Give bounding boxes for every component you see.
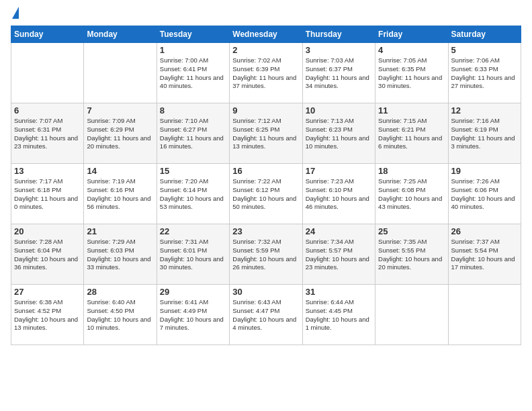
calendar-cell-week4-day3: 22Sunrise: 7:31 AM Sunset: 6:01 PM Dayli… — [157, 224, 229, 285]
calendar-header-saturday: Saturday — [448, 26, 521, 43]
day-info: Sunrise: 7:32 AM Sunset: 5:59 PM Dayligh… — [232, 238, 299, 272]
calendar-cell-week1-day4: 2Sunrise: 7:02 AM Sunset: 6:39 PM Daylig… — [230, 43, 302, 103]
day-info: Sunrise: 7:34 AM Sunset: 5:57 PM Dayligh… — [306, 238, 372, 272]
calendar-cell-week5-day3: 29Sunrise: 6:41 AM Sunset: 4:49 PM Dayli… — [157, 285, 229, 345]
day-number: 29 — [160, 287, 226, 297]
day-number: 20 — [14, 226, 81, 236]
calendar-week-1: 1Sunrise: 7:00 AM Sunset: 6:41 PM Daylig… — [11, 43, 521, 103]
header — [11, 7, 521, 20]
day-info: Sunrise: 7:25 AM Sunset: 6:08 PM Dayligh… — [378, 177, 445, 212]
calendar-cell-week2-day2: 7Sunrise: 7:09 AM Sunset: 6:29 PM Daylig… — [84, 103, 157, 164]
day-number: 15 — [160, 166, 226, 176]
day-number: 25 — [378, 226, 445, 236]
calendar-cell-week5-day5: 31Sunrise: 6:44 AM Sunset: 4:45 PM Dayli… — [302, 285, 375, 345]
calendar-cell-week2-day6: 11Sunrise: 7:15 AM Sunset: 6:21 PM Dayli… — [375, 103, 448, 164]
day-number: 22 — [160, 226, 226, 236]
day-info: Sunrise: 7:10 AM Sunset: 6:27 PM Dayligh… — [160, 117, 226, 151]
calendar-header-thursday: Thursday — [302, 26, 375, 43]
day-info: Sunrise: 7:29 AM Sunset: 6:03 PM Dayligh… — [87, 238, 153, 272]
day-info: Sunrise: 7:19 AM Sunset: 6:16 PM Dayligh… — [87, 177, 153, 212]
day-info: Sunrise: 7:05 AM Sunset: 6:35 PM Dayligh… — [378, 56, 445, 91]
calendar-cell-week4-day5: 24Sunrise: 7:34 AM Sunset: 5:57 PM Dayli… — [302, 224, 375, 285]
day-info: Sunrise: 7:28 AM Sunset: 6:04 PM Dayligh… — [14, 238, 81, 272]
day-info: Sunrise: 7:16 AM Sunset: 6:19 PM Dayligh… — [451, 117, 518, 151]
calendar-cell-week1-day7: 5Sunrise: 7:06 AM Sunset: 6:33 PM Daylig… — [448, 43, 521, 103]
calendar-week-5: 27Sunrise: 6:38 AM Sunset: 4:52 PM Dayli… — [11, 285, 521, 345]
calendar-cell-week5-day7 — [448, 285, 521, 345]
calendar-cell-week2-day7: 12Sunrise: 7:16 AM Sunset: 6:19 PM Dayli… — [448, 103, 521, 164]
calendar-week-3: 13Sunrise: 7:17 AM Sunset: 6:18 PM Dayli… — [11, 164, 521, 224]
day-info: Sunrise: 7:26 AM Sunset: 6:06 PM Dayligh… — [451, 177, 518, 212]
day-number: 9 — [232, 105, 299, 116]
calendar-cell-week4-day2: 21Sunrise: 7:29 AM Sunset: 6:03 PM Dayli… — [84, 224, 157, 285]
calendar-cell-week4-day1: 20Sunrise: 7:28 AM Sunset: 6:04 PM Dayli… — [11, 224, 84, 285]
calendar-cell-week3-day5: 17Sunrise: 7:23 AM Sunset: 6:10 PM Dayli… — [302, 164, 375, 224]
calendar-cell-week2-day1: 6Sunrise: 7:07 AM Sunset: 6:31 PM Daylig… — [11, 103, 84, 164]
calendar-cell-week1-day5: 3Sunrise: 7:03 AM Sunset: 6:37 PM Daylig… — [302, 43, 375, 103]
day-number: 13 — [14, 166, 81, 176]
day-number: 19 — [451, 166, 518, 176]
day-info: Sunrise: 7:07 AM Sunset: 6:31 PM Dayligh… — [14, 117, 81, 151]
day-info: Sunrise: 7:12 AM Sunset: 6:25 PM Dayligh… — [232, 117, 299, 151]
day-info: Sunrise: 7:17 AM Sunset: 6:18 PM Dayligh… — [14, 177, 81, 212]
calendar-cell-week5-day4: 30Sunrise: 6:43 AM Sunset: 4:47 PM Dayli… — [230, 285, 302, 345]
day-number: 4 — [378, 45, 445, 55]
day-number: 24 — [306, 226, 372, 236]
calendar-header-friday: Friday — [375, 26, 448, 43]
calendar-cell-week5-day1: 27Sunrise: 6:38 AM Sunset: 4:52 PM Dayli… — [11, 285, 84, 345]
calendar-header-row: SundayMondayTuesdayWednesdayThursdayFrid… — [11, 26, 521, 43]
calendar-header-wednesday: Wednesday — [230, 26, 302, 43]
calendar-table: SundayMondayTuesdayWednesdayThursdayFrid… — [11, 26, 521, 345]
day-number: 10 — [306, 105, 372, 116]
day-info: Sunrise: 7:22 AM Sunset: 6:12 PM Dayligh… — [232, 177, 299, 212]
day-info: Sunrise: 7:00 AM Sunset: 6:41 PM Dayligh… — [160, 56, 226, 91]
calendar-cell-week1-day1 — [11, 43, 84, 103]
calendar-cell-week3-day6: 18Sunrise: 7:25 AM Sunset: 6:08 PM Dayli… — [375, 164, 448, 224]
day-number: 18 — [378, 166, 445, 176]
calendar-cell-week4-day4: 23Sunrise: 7:32 AM Sunset: 5:59 PM Dayli… — [230, 224, 302, 285]
calendar-header-sunday: Sunday — [11, 26, 84, 43]
day-number: 11 — [378, 105, 445, 116]
day-number: 23 — [232, 226, 299, 236]
day-number: 17 — [306, 166, 372, 176]
day-number: 8 — [160, 105, 226, 116]
calendar-cell-week3-day7: 19Sunrise: 7:26 AM Sunset: 6:06 PM Dayli… — [448, 164, 521, 224]
day-info: Sunrise: 7:06 AM Sunset: 6:33 PM Dayligh… — [451, 56, 518, 91]
calendar-cell-week3-day3: 15Sunrise: 7:20 AM Sunset: 6:14 PM Dayli… — [157, 164, 229, 224]
day-info: Sunrise: 7:15 AM Sunset: 6:21 PM Dayligh… — [378, 117, 445, 151]
day-info: Sunrise: 7:37 AM Sunset: 5:54 PM Dayligh… — [451, 238, 518, 272]
day-info: Sunrise: 7:02 AM Sunset: 6:39 PM Dayligh… — [232, 56, 299, 91]
day-number: 7 — [87, 105, 153, 116]
calendar-cell-week2-day4: 9Sunrise: 7:12 AM Sunset: 6:25 PM Daylig… — [230, 103, 302, 164]
day-info: Sunrise: 7:35 AM Sunset: 5:55 PM Dayligh… — [378, 238, 445, 272]
day-info: Sunrise: 6:43 AM Sunset: 4:47 PM Dayligh… — [232, 298, 299, 332]
calendar-cell-week3-day4: 16Sunrise: 7:22 AM Sunset: 6:12 PM Dayli… — [230, 164, 302, 224]
day-number: 12 — [451, 105, 518, 116]
calendar-cell-week1-day3: 1Sunrise: 7:00 AM Sunset: 6:41 PM Daylig… — [157, 43, 229, 103]
page: SundayMondayTuesdayWednesdayThursdayFrid… — [0, 0, 532, 411]
day-number: 16 — [232, 166, 299, 176]
logo — [11, 7, 19, 20]
day-number: 2 — [232, 45, 299, 55]
calendar-cell-week4-day6: 25Sunrise: 7:35 AM Sunset: 5:55 PM Dayli… — [375, 224, 448, 285]
day-number: 1 — [160, 45, 226, 55]
day-number: 27 — [14, 287, 81, 297]
day-number: 5 — [451, 45, 518, 55]
day-number: 26 — [451, 226, 518, 236]
day-number: 31 — [306, 287, 372, 297]
calendar-week-4: 20Sunrise: 7:28 AM Sunset: 6:04 PM Dayli… — [11, 224, 521, 285]
calendar-cell-week3-day1: 13Sunrise: 7:17 AM Sunset: 6:18 PM Dayli… — [11, 164, 84, 224]
calendar-cell-week4-day7: 26Sunrise: 7:37 AM Sunset: 5:54 PM Dayli… — [448, 224, 521, 285]
day-number: 14 — [87, 166, 153, 176]
calendar-header-monday: Monday — [84, 26, 157, 43]
day-info: Sunrise: 7:03 AM Sunset: 6:37 PM Dayligh… — [306, 56, 372, 91]
calendar-cell-week1-day2 — [84, 43, 157, 103]
day-info: Sunrise: 7:20 AM Sunset: 6:14 PM Dayligh… — [160, 177, 226, 212]
day-info: Sunrise: 7:09 AM Sunset: 6:29 PM Dayligh… — [87, 117, 153, 151]
calendar-cell-week5-day6 — [375, 285, 448, 345]
day-info: Sunrise: 7:31 AM Sunset: 6:01 PM Dayligh… — [160, 238, 226, 272]
calendar-cell-week3-day2: 14Sunrise: 7:19 AM Sunset: 6:16 PM Dayli… — [84, 164, 157, 224]
day-info: Sunrise: 6:38 AM Sunset: 4:52 PM Dayligh… — [14, 298, 81, 332]
day-info: Sunrise: 6:44 AM Sunset: 4:45 PM Dayligh… — [306, 298, 372, 332]
day-info: Sunrise: 7:23 AM Sunset: 6:10 PM Dayligh… — [306, 177, 372, 212]
